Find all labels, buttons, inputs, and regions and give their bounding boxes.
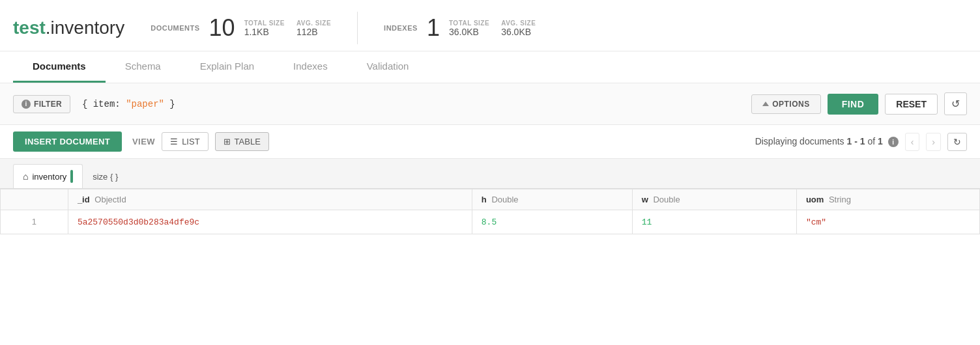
list-icon: ☰ bbox=[170, 137, 178, 146]
filter-button-label: FILTER bbox=[34, 100, 62, 109]
col-h-name: h bbox=[482, 195, 487, 204]
toolbar: INSERT DOCUMENT VIEW ☰ LIST ⊞ TABLE Disp… bbox=[0, 125, 980, 159]
table-label: TABLE bbox=[235, 137, 261, 146]
objectid-link[interactable]: 5a2570550d3d0b283a4dfe9c bbox=[78, 217, 199, 227]
doc-sizes: TOTAL SIZE 1.1KB AVG. SIZE 112B bbox=[244, 20, 331, 37]
options-label: OPTIONS bbox=[772, 100, 810, 109]
row-number: 1 bbox=[1, 210, 68, 234]
query-suffix: } bbox=[169, 99, 175, 109]
table-view-button[interactable]: ⊞ TABLE bbox=[215, 132, 269, 151]
table-row: 1 5a2570550d3d0b283a4dfe9c 8.5 11 "cm" bbox=[1, 210, 980, 234]
insert-document-button[interactable]: INSERT DOCUMENT bbox=[13, 131, 122, 152]
inventory-tab-label: inventory bbox=[32, 172, 66, 182]
view-label: VIEW bbox=[132, 137, 155, 146]
indexes-label: INDEXES bbox=[384, 24, 418, 32]
col-header-w: w Double bbox=[632, 189, 796, 210]
db-collection: inventory bbox=[51, 18, 125, 38]
uom-value: "cm" bbox=[806, 217, 826, 227]
w-value: 11 bbox=[642, 217, 652, 227]
idx-total-size: TOTAL SIZE 36.0KB bbox=[449, 20, 489, 37]
list-label: LIST bbox=[182, 137, 199, 146]
inventory-data-tab[interactable]: ⌂ inventory bbox=[13, 164, 83, 188]
idx-sizes: TOTAL SIZE 36.0KB AVG. SIZE 36.0KB bbox=[449, 20, 536, 37]
idx-avg-size-value: 36.0KB bbox=[501, 27, 531, 37]
tab-indexes[interactable]: Indexes bbox=[274, 51, 347, 83]
data-tab-bar: ⌂ inventory size { } bbox=[0, 159, 980, 189]
doc-avg-size-value: 112B bbox=[296, 27, 318, 37]
query-prefix: { item: bbox=[82, 99, 121, 109]
indexes-stat: INDEXES 1 TOTAL SIZE 36.0KB AVG. SIZE 36… bbox=[384, 16, 536, 40]
h-value: 8.5 bbox=[482, 217, 497, 227]
doc-avg-size-label: AVG. SIZE bbox=[296, 20, 331, 27]
col-header-rownum bbox=[1, 189, 68, 210]
documents-label: DOCUMENTS bbox=[151, 24, 199, 32]
cell-w: 11 bbox=[632, 210, 796, 234]
stat-divider bbox=[357, 12, 358, 44]
tab-explain-plan[interactable]: Explain Plan bbox=[180, 51, 274, 83]
list-view-button[interactable]: ☰ LIST bbox=[162, 132, 208, 151]
display-info-icon: i bbox=[888, 137, 899, 147]
idx-avg-size-label: AVG. SIZE bbox=[501, 20, 536, 27]
cell-uom: "cm" bbox=[796, 210, 979, 234]
header: test.inventory DOCUMENTS 10 TOTAL SIZE 1… bbox=[0, 0, 980, 51]
find-button[interactable]: FIND bbox=[828, 94, 879, 115]
col-header-h: h Double bbox=[472, 189, 632, 210]
table-header-row: _id ObjectId h Double w Double uom Strin… bbox=[1, 189, 980, 210]
cell-id: 5a2570550d3d0b283a4dfe9c bbox=[68, 210, 472, 234]
house-icon: ⌂ bbox=[23, 171, 28, 182]
reset-button[interactable]: RESET bbox=[885, 94, 938, 115]
col-id-type: ObjectId bbox=[94, 195, 126, 204]
display-of: of bbox=[867, 136, 875, 146]
cell-h: 8.5 bbox=[472, 210, 632, 234]
size-data-tab[interactable]: size { } bbox=[83, 164, 128, 188]
tab-validation[interactable]: Validation bbox=[347, 51, 429, 83]
table-container: ⌂ inventory size { } _id ObjectId h Doub… bbox=[0, 159, 980, 234]
display-count: 1 bbox=[878, 136, 883, 146]
db-title: test.inventory bbox=[13, 18, 124, 38]
green-indicator bbox=[70, 170, 73, 183]
col-uom-name: uom bbox=[806, 195, 824, 204]
documents-count: 10 bbox=[209, 16, 235, 40]
idx-total-size-value: 36.0KB bbox=[449, 27, 479, 37]
col-h-type: Double bbox=[491, 195, 518, 204]
idx-total-size-label: TOTAL SIZE bbox=[449, 20, 489, 27]
display-range: 1 - 1 bbox=[846, 136, 865, 146]
options-button[interactable]: OPTIONS bbox=[751, 94, 821, 114]
col-w-type: Double bbox=[653, 195, 680, 204]
db-prefix: test bbox=[13, 18, 46, 38]
data-table: _id ObjectId h Double w Double uom Strin… bbox=[0, 189, 980, 234]
col-header-id: _id ObjectId bbox=[68, 189, 472, 210]
display-prefix: Displaying documents bbox=[755, 136, 844, 146]
doc-avg-size: AVG. SIZE 112B bbox=[296, 20, 331, 37]
refresh-results-button[interactable]: ↻ bbox=[947, 133, 967, 151]
doc-total-size-label: TOTAL SIZE bbox=[244, 20, 285, 27]
doc-size-row: TOTAL SIZE 1.1KB AVG. SIZE 112B bbox=[244, 20, 331, 37]
refresh-button[interactable]: ↺ bbox=[944, 92, 967, 115]
query-value: "paper" bbox=[126, 99, 164, 109]
next-page-button[interactable]: › bbox=[926, 133, 941, 151]
idx-avg-size: AVG. SIZE 36.0KB bbox=[501, 20, 536, 37]
filter-button[interactable]: i FILTER bbox=[13, 95, 70, 113]
col-uom-type: String bbox=[829, 195, 851, 204]
col-header-uom: uom String bbox=[796, 189, 979, 210]
col-w-name: w bbox=[642, 195, 648, 204]
tab-documents[interactable]: Documents bbox=[13, 51, 106, 83]
idx-size-row: TOTAL SIZE 36.0KB AVG. SIZE 36.0KB bbox=[449, 20, 536, 37]
prev-page-button[interactable]: ‹ bbox=[905, 133, 920, 151]
tab-schema[interactable]: Schema bbox=[106, 51, 180, 83]
documents-stat: DOCUMENTS 10 TOTAL SIZE 1.1KB AVG. SIZE … bbox=[151, 16, 331, 40]
options-triangle-icon bbox=[762, 102, 769, 106]
display-info: Displaying documents 1 - 1 of 1 i bbox=[755, 136, 899, 148]
filter-query-display[interactable]: { item: "paper" } bbox=[77, 96, 745, 112]
doc-total-size: TOTAL SIZE 1.1KB bbox=[244, 20, 285, 37]
col-id-name: _id bbox=[78, 195, 90, 204]
doc-total-size-value: 1.1KB bbox=[244, 27, 269, 37]
indexes-count: 1 bbox=[427, 16, 440, 40]
size-tab-label: size { } bbox=[93, 172, 118, 182]
main-tabs: Documents Schema Explain Plan Indexes Va… bbox=[0, 51, 980, 83]
filter-info-icon: i bbox=[22, 100, 31, 109]
filter-bar: i FILTER { item: "paper" } OPTIONS FIND … bbox=[0, 83, 980, 125]
table-icon: ⊞ bbox=[223, 137, 231, 146]
